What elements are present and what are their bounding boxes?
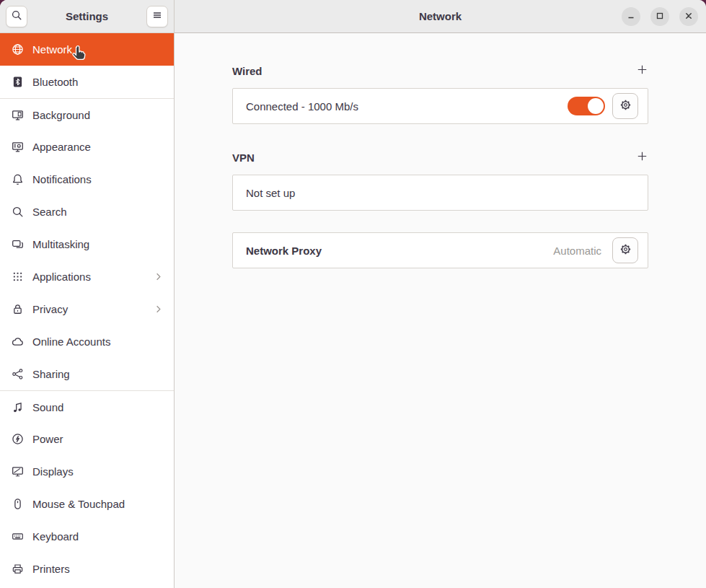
close-icon [683, 10, 694, 24]
sidebar-item-network[interactable]: Network [0, 33, 174, 66]
sidebar-item-label: Online Accounts [32, 335, 164, 348]
search-button[interactable] [6, 6, 27, 27]
add-wired-connection-button[interactable] [635, 64, 648, 77]
sidebar-item-keyboard[interactable]: Keyboard [0, 520, 174, 553]
sidebar-item-mouse-touchpad[interactable]: Mouse & Touchpad [0, 488, 174, 520]
sidebar-item-online-accounts[interactable]: Online Accounts [0, 325, 174, 358]
primary-menu-button[interactable] [146, 6, 168, 27]
sidebar-item-power[interactable]: Power [0, 423, 174, 455]
lock-icon [12, 303, 24, 315]
sidebar-headerbar: Settings [0, 0, 174, 33]
wired-section: Wired Connected - 1000 Mb/s [232, 63, 648, 124]
settings-window: Settings Network Bluetooth Background Ap… [0, 0, 706, 588]
sidebar-item-privacy[interactable]: Privacy [0, 293, 174, 325]
bell-icon [12, 173, 24, 185]
sidebar-item-label: Background [32, 109, 164, 121]
sidebar-item-label: Displays [32, 465, 164, 478]
sidebar-item-notifications[interactable]: Notifications [0, 163, 174, 196]
plus-icon [636, 150, 648, 164]
network-proxy-row: Network Proxy Automatic [232, 232, 648, 268]
sidebar-item-printers[interactable]: Printers [0, 553, 174, 585]
sidebar-item-search[interactable]: Search [0, 196, 174, 228]
vpn-status-text: Not set up [246, 187, 638, 199]
wired-section-title: Wired [232, 65, 262, 77]
sidebar-item-label: Keyboard [32, 530, 164, 543]
mouse-icon [12, 498, 24, 510]
sidebar-item-label: Sharing [32, 368, 164, 380]
music-note-icon [12, 401, 24, 413]
proxy-mode-value: Automatic [553, 245, 601, 257]
sidebar-item-label: Appearance [32, 141, 164, 153]
keyboard-icon [12, 530, 24, 543]
vpn-status-row: Not set up [232, 175, 648, 211]
sidebar: Settings Network Bluetooth Background Ap… [0, 0, 175, 588]
search-icon [12, 206, 24, 218]
page-title: Network [419, 10, 462, 22]
monitor-wallpaper-icon [12, 109, 24, 121]
vpn-section-header: VPN [232, 150, 648, 164]
main-headerbar: Network [175, 0, 706, 33]
wired-options-button[interactable] [612, 93, 638, 119]
sidebar-item-applications[interactable]: Applications [0, 260, 174, 293]
sidebar-item-label: Printers [32, 563, 164, 575]
sidebar-item-background[interactable]: Background [0, 98, 174, 131]
sidebar-item-appearance[interactable]: Appearance [0, 131, 174, 163]
sidebar-item-displays[interactable]: Displays [0, 455, 174, 488]
gear-icon [619, 242, 632, 258]
printer-icon [12, 563, 24, 575]
sidebar-item-label: Notifications [32, 173, 164, 185]
wired-toggle-switch[interactable] [568, 97, 605, 115]
hamburger-menu-icon [151, 9, 163, 23]
globe-icon [12, 43, 24, 56]
gear-icon [619, 98, 632, 114]
sidebar-item-sound[interactable]: Sound [0, 390, 174, 423]
network-content: Wired Connected - 1000 Mb/s VPN [175, 33, 706, 268]
sidebar-list: Network Bluetooth Background Appearance … [0, 33, 174, 588]
close-button[interactable] [679, 7, 698, 26]
sidebar-item-label: Privacy [32, 303, 144, 315]
app-grid-icon [12, 271, 24, 283]
network-proxy-label: Network Proxy [246, 245, 553, 257]
toggle-knob [588, 98, 604, 114]
maximize-icon [654, 10, 666, 24]
chevron-right-icon [153, 271, 164, 282]
maximize-button[interactable] [650, 7, 669, 26]
plus-icon [636, 63, 648, 78]
sidebar-item-label: Multitasking [32, 238, 164, 250]
sidebar-item-sharing[interactable]: Sharing [0, 358, 174, 390]
sidebar-item-bluetooth[interactable]: Bluetooth [0, 66, 174, 98]
power-icon [12, 433, 24, 445]
sidebar-item-label: Search [32, 206, 164, 218]
multitasking-windows-icon [12, 238, 24, 250]
appearance-monitor-icon [12, 141, 24, 153]
app-title: Settings [66, 10, 108, 22]
share-nodes-icon [12, 368, 24, 380]
sidebar-item-label: Bluetooth [32, 76, 164, 88]
sidebar-item-label: Network [32, 43, 164, 56]
sidebar-item-multitasking[interactable]: Multitasking [0, 228, 174, 260]
display-icon [12, 465, 24, 478]
chevron-right-icon [153, 304, 164, 315]
minimize-icon [625, 10, 637, 24]
minimize-button[interactable] [622, 7, 640, 26]
sidebar-item-label: Mouse & Touchpad [32, 498, 164, 510]
vpn-section-title: VPN [232, 152, 255, 164]
add-vpn-button[interactable] [635, 151, 648, 164]
proxy-options-button[interactable] [612, 237, 638, 263]
sidebar-item-label: Power [32, 433, 164, 445]
main-panel: Network Wired [175, 0, 706, 588]
window-controls [622, 0, 698, 33]
wired-section-header: Wired [232, 63, 648, 78]
search-icon [11, 9, 22, 23]
sidebar-item-label: Applications [32, 271, 144, 283]
vpn-section: VPN Not set up [232, 150, 648, 211]
cloud-icon [12, 335, 24, 348]
wired-status-text: Connected - 1000 Mb/s [246, 100, 568, 113]
wired-connection-row: Connected - 1000 Mb/s [232, 88, 648, 124]
sidebar-item-label: Sound [32, 401, 164, 413]
bluetooth-icon [12, 76, 24, 88]
